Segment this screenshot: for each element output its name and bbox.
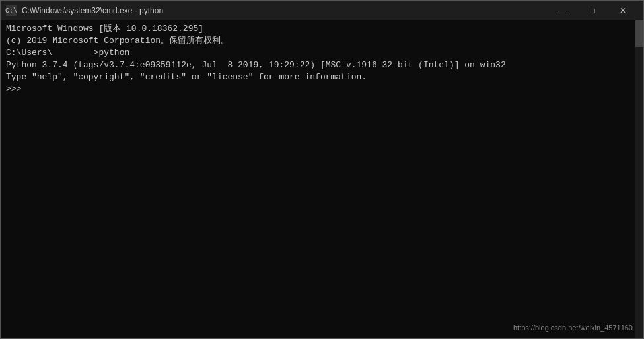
console-line-2: (c) 2019 Microsoft Corporation。保留所有权利。	[6, 35, 638, 47]
scrollbar[interactable]	[635, 20, 643, 338]
console-line-5: Python 3.7.4 (tags/v3.7.4:e09359112e, Ju…	[6, 59, 638, 71]
console-prompt: >>>	[6, 83, 638, 95]
console-line-1: Microsoft Windows [版本 10.0.18362.295]	[6, 23, 638, 35]
cmd-icon: C:\	[6, 5, 17, 16]
watermark: https://blog.csdn.net/weixin_4571160	[513, 323, 633, 333]
title-bar-controls: — □ ✕	[547, 1, 638, 20]
window-title: C:\Windows\system32\cmd.exe - python	[22, 6, 163, 15]
title-bar-left: C:\ C:\Windows\system32\cmd.exe - python	[6, 5, 163, 16]
minimize-button[interactable]: —	[547, 1, 577, 20]
cmd-window: C:\ C:\Windows\system32\cmd.exe - python…	[0, 0, 644, 339]
scrollbar-thumb[interactable]	[635, 20, 643, 47]
console-line-6: Type "help", "copyright", "credits" or "…	[6, 71, 638, 83]
console-line-4: C:\Users\ >python	[6, 47, 638, 59]
console-body[interactable]: Microsoft Windows [版本 10.0.18362.295] (c…	[1, 20, 643, 338]
close-button[interactable]: ✕	[608, 1, 638, 20]
title-bar: C:\ C:\Windows\system32\cmd.exe - python…	[1, 1, 643, 20]
maximize-button[interactable]: □	[577, 1, 608, 20]
